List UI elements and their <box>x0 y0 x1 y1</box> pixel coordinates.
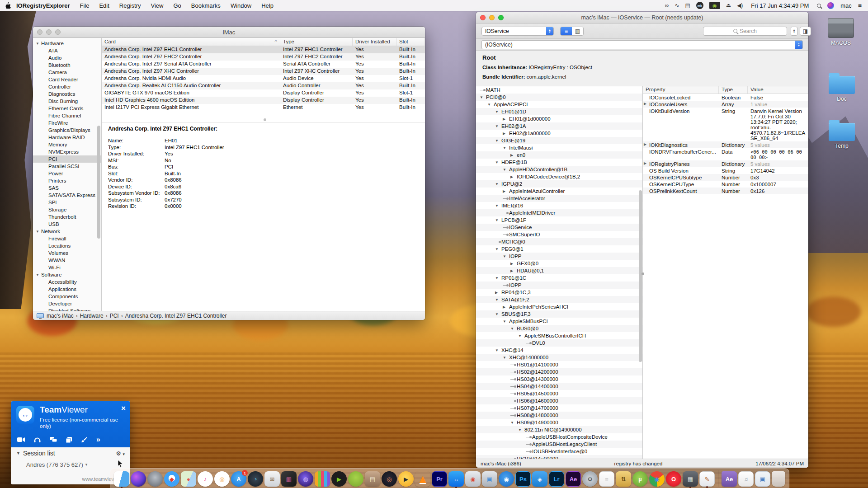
collapse-triangle-icon[interactable]: ▼ <box>503 254 509 258</box>
property-row-iokitbuildversion[interactable]: IOKitBuildVersionStringDarwin Kernel Ver… <box>643 108 808 141</box>
sidebar-item-wi-fi[interactable]: Wi-Fi <box>33 264 101 271</box>
sidebar-item-sas[interactable]: SAS <box>33 184 101 192</box>
sidebar-item-pci[interactable]: PCI <box>33 155 101 163</box>
collapse-triangle-icon[interactable]: ▼ <box>503 146 509 150</box>
breadcrumb-item[interactable]: Andresha Corp. Intel Z97 EHC1 Controller <box>125 313 227 319</box>
expand-triangle-icon[interactable]: ▶ <box>510 262 517 266</box>
expand-triangle-icon[interactable]: ▶ <box>644 161 649 167</box>
expand-triangle-icon[interactable]: ▶ <box>503 189 509 193</box>
tree-row-mchc-0[interactable]: MCHC@0 <box>476 238 642 245</box>
sidebar-item-spi[interactable]: SPI <box>33 199 101 206</box>
tree-row-hs09-14900000[interactable]: ▼HS09@14900000 <box>476 419 642 426</box>
sidebar-item-wwan[interactable]: WWAN <box>33 257 101 264</box>
close-button[interactable] <box>37 29 42 35</box>
collapse-triangle-icon[interactable]: ▼ <box>503 356 509 360</box>
dock-icon-mail-utility[interactable]: ✉ <box>264 471 280 487</box>
sidebar-section-software[interactable]: ▼Software <box>33 271 101 278</box>
dock-icon-trash[interactable] <box>772 471 785 487</box>
nvidia-icon[interactable]: ◉ <box>709 2 720 9</box>
dock-icon-motion-planet[interactable]: ◍ <box>298 471 313 487</box>
table-row[interactable]: Andresha Corp. Intel Z97 XHC ControllerI… <box>102 68 425 75</box>
desktop-icon-macos[interactable]: MACOS <box>816 18 866 46</box>
desktop-icon-temp[interactable]: Temp <box>817 119 867 149</box>
tree-row-xhc-14[interactable]: ▼XHC@14 <box>476 347 642 354</box>
tree-row-applesmbuspci[interactable]: ▼AppleSMBusPCI <box>476 318 642 325</box>
sidebar-item-hardware-raid[interactable]: Hardware RAID <box>33 134 101 141</box>
collapse-triangle-icon[interactable]: ▼ <box>510 421 517 425</box>
table-row[interactable]: Intel I217V PCI Express Gigabit Ethernet… <box>102 104 425 111</box>
property-row-ioconsolelocked[interactable]: IOConsoleLockedBooleanFalse <box>643 94 808 101</box>
menu-file[interactable]: File <box>80 2 90 9</box>
sidebar-item-controller[interactable]: Controller <box>33 83 101 90</box>
tree-row-appleintelmeidriver[interactable]: AppleIntelMEIDriver <box>476 209 642 216</box>
dock-icon-document-tools[interactable]: ✎ <box>699 471 715 487</box>
property-row-ioregistryplanes[interactable]: ▶IORegistryPlanesDictionary5 values <box>643 160 808 167</box>
tree-row-appleacpipci[interactable]: ▼AppleACPIPCI <box>476 101 642 108</box>
sidebar-section-hardware[interactable]: ▼Hardware <box>33 40 101 47</box>
sidebar-item-volumes[interactable]: Volumes <box>33 249 101 257</box>
headset-icon[interactable] <box>34 437 41 443</box>
dock-icon-crate-utility[interactable]: ▤ <box>365 471 380 487</box>
tree-row-igpu-2[interactable]: ▼IGPU@2 <box>476 180 642 188</box>
desktop-icon-doc[interactable]: Doc <box>817 72 867 102</box>
volume-icon[interactable]: ◀) <box>737 2 743 9</box>
dock-icon-notes[interactable]: ≡ <box>599 471 614 487</box>
property-row-osprelinkkextcount[interactable]: OSPrelinkKextCountNumber0x126 <box>643 188 808 194</box>
table-row[interactable]: Andresha Corp. Realtek ALC1150 Audio Con… <box>102 82 425 89</box>
tree-row-hdau-0-1[interactable]: ▶HDAU@0,1 <box>476 267 642 274</box>
expand-triangle-icon[interactable]: ▶ <box>495 291 501 295</box>
table-row[interactable]: GIGABYTE GTX 970 macOS EditionDisplay Co… <box>102 89 425 97</box>
dock-icon-utorrent[interactable]: µ <box>632 471 648 487</box>
sidebar-item-graphics-displays[interactable]: Graphics/Displays <box>33 127 101 134</box>
breadcrumb-item[interactable]: PCI <box>110 313 119 319</box>
collapse-triangle-icon[interactable]: ▼ <box>480 95 486 99</box>
sidebar-item-ethernet-cards[interactable]: Ethernet Cards <box>33 105 101 112</box>
sysinfo-titlebar[interactable]: iMac <box>33 27 425 38</box>
sidebar-item-memory[interactable]: Memory <box>33 141 101 148</box>
tree-row-intelaccelerator[interactable]: IntelAccelerator <box>476 195 642 202</box>
property-row-iokitdiagnostics[interactable]: ▶IOKitDiagnosticsDictionary5 values <box>643 141 808 148</box>
sidebar-item-audio[interactable]: Audio <box>33 54 101 61</box>
tree-row-iopp[interactable]: IOPP <box>476 282 642 289</box>
collapse-triangle-icon[interactable]: ▼ <box>487 103 494 107</box>
sidebar-item-usb[interactable]: USB <box>33 221 101 228</box>
table-row[interactable]: Andresha Corp. Intel Z97 EHC2 Controller… <box>102 53 425 61</box>
collapse-triangle-icon[interactable]: ▼ <box>495 276 501 280</box>
dock-icon-zip-utility[interactable]: ⇅ <box>616 471 631 487</box>
dock-icon-player-dark[interactable]: ▶ <box>331 471 347 487</box>
sidebar-item-components[interactable]: Components <box>33 293 101 300</box>
sidebar-item-developer[interactable]: Developer <box>33 300 101 307</box>
properties-column-type[interactable]: Type <box>719 86 748 94</box>
table-row[interactable]: Andresha Corp. Intel Z97 EHC1 Controller… <box>102 46 425 53</box>
sidebar-item-camera[interactable]: Camera <box>33 69 101 76</box>
dock-icon-opera[interactable]: O <box>666 471 681 487</box>
tree-row-dvl0[interactable]: DVL0 <box>476 339 642 347</box>
expand-triangle-icon[interactable]: ▶ <box>644 102 649 107</box>
active-app-menu[interactable]: IORegistryExplorer <box>16 2 70 9</box>
dock-icon-maps[interactable]: ● <box>181 471 196 487</box>
dock-icon-teamviewer[interactable]: ↔ <box>448 471 464 487</box>
collapse-triangle-icon[interactable]: ▼ <box>518 334 524 338</box>
dock-icon-robot-utility[interactable]: ▣ <box>482 471 497 487</box>
properties-column-property[interactable]: Property <box>643 86 719 94</box>
mk-icon[interactable]: mk <box>696 2 703 9</box>
sidebar-item-diagnostics[interactable]: Diagnostics <box>33 90 101 98</box>
tree-row-gfx0-0[interactable]: ▶GFX0@0 <box>476 260 642 267</box>
sidebar-item-applications[interactable]: Applications <box>33 286 101 293</box>
sidebar-item-power[interactable]: Power <box>33 170 101 177</box>
tree-row-sbus-1f-3[interactable]: ▼SBUS@1F,3 <box>476 310 642 318</box>
expand-triangle-icon[interactable]: ▶ <box>503 131 509 136</box>
tree-row-lpcb-1f[interactable]: ▼LPCB@1F <box>476 216 642 224</box>
sidebar-item-sata-sata-express[interactable]: SATA/SATA Express <box>33 192 101 199</box>
table-row[interactable]: Intel HD Graphics 4600 macOS EditionDisp… <box>102 97 425 104</box>
zoom-button[interactable] <box>498 15 504 20</box>
dock-icon-audio-eq[interactable] <box>315 471 330 487</box>
close-icon[interactable]: × <box>121 404 126 413</box>
session-settings[interactable]: ⚙ ▾ <box>116 450 125 457</box>
menu-view[interactable]: View <box>151 2 164 9</box>
tree-row-sata-1f-2[interactable]: ▼SATA@1F,2 <box>476 296 642 303</box>
sidebar-item-bluetooth[interactable]: Bluetooth <box>33 61 101 69</box>
property-row-ioconsoleusers[interactable]: ▶IOConsoleUsersArray1 value <box>643 101 808 108</box>
tree-row-intelmausi[interactable]: ▼IntelMausi <box>476 144 642 151</box>
menu-go[interactable]: Go <box>174 2 181 9</box>
